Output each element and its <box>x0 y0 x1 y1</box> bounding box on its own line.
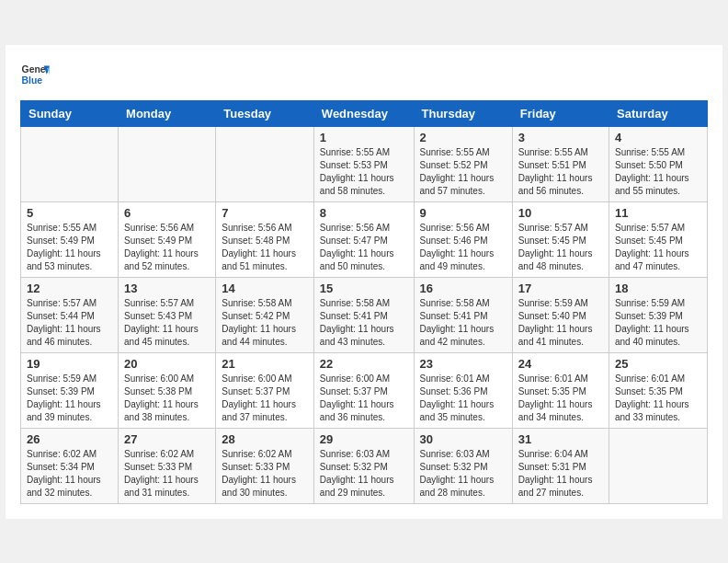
day-info: Sunrise: 5:59 AM Sunset: 5:39 PM Dayligh… <box>27 373 112 424</box>
calendar-cell: 20Sunrise: 6:00 AM Sunset: 5:38 PM Dayli… <box>119 352 216 428</box>
calendar-cell: 15Sunrise: 5:58 AM Sunset: 5:41 PM Dayli… <box>313 277 414 352</box>
day-info: Sunrise: 6:02 AM Sunset: 5:33 PM Dayligh… <box>222 448 308 500</box>
calendar-cell: 1Sunrise: 5:55 AM Sunset: 5:53 PM Daylig… <box>313 126 414 201</box>
week-row-1: 1Sunrise: 5:55 AM Sunset: 5:53 PM Daylig… <box>21 126 708 201</box>
day-number: 21 <box>222 357 308 371</box>
day-info: Sunrise: 6:04 AM Sunset: 5:31 PM Dayligh… <box>518 448 603 500</box>
calendar-cell <box>609 428 707 503</box>
calendar-cell: 6Sunrise: 5:56 AM Sunset: 5:49 PM Daylig… <box>119 201 216 277</box>
day-number: 8 <box>320 206 408 220</box>
day-info: Sunrise: 5:56 AM Sunset: 5:48 PM Dayligh… <box>222 222 308 273</box>
week-row-3: 12Sunrise: 5:57 AM Sunset: 5:44 PM Dayli… <box>21 277 708 352</box>
day-info: Sunrise: 5:57 AM Sunset: 5:43 PM Dayligh… <box>124 297 210 349</box>
day-info: Sunrise: 5:59 AM Sunset: 5:40 PM Dayligh… <box>518 297 603 349</box>
calendar-cell: 25Sunrise: 6:01 AM Sunset: 5:35 PM Dayli… <box>609 352 707 428</box>
calendar-cell: 14Sunrise: 5:58 AM Sunset: 5:42 PM Dayli… <box>216 277 314 352</box>
day-number: 14 <box>222 282 308 295</box>
calendar-container: General Blue SundayMondayTuesdayWednesda… <box>6 45 722 519</box>
day-info: Sunrise: 6:00 AM Sunset: 5:37 PM Dayligh… <box>320 373 408 424</box>
day-info: Sunrise: 6:03 AM Sunset: 5:32 PM Dayligh… <box>320 448 408 500</box>
day-info: Sunrise: 5:56 AM Sunset: 5:46 PM Dayligh… <box>420 222 506 273</box>
day-info: Sunrise: 5:56 AM Sunset: 5:49 PM Dayligh… <box>124 222 210 273</box>
day-info: Sunrise: 6:01 AM Sunset: 5:36 PM Dayligh… <box>420 373 506 424</box>
day-number: 29 <box>320 432 408 446</box>
calendar-cell: 2Sunrise: 5:55 AM Sunset: 5:52 PM Daylig… <box>414 126 512 201</box>
day-number: 11 <box>615 206 701 220</box>
day-number: 5 <box>27 206 112 220</box>
day-number: 13 <box>124 282 210 295</box>
day-number: 19 <box>27 357 112 371</box>
day-number: 15 <box>320 282 408 295</box>
day-info: Sunrise: 5:56 AM Sunset: 5:47 PM Dayligh… <box>320 222 408 273</box>
calendar-cell: 22Sunrise: 6:00 AM Sunset: 5:37 PM Dayli… <box>313 352 414 428</box>
day-info: Sunrise: 5:57 AM Sunset: 5:45 PM Dayligh… <box>615 222 701 273</box>
calendar-cell: 18Sunrise: 5:59 AM Sunset: 5:39 PM Dayli… <box>609 277 707 352</box>
day-number: 16 <box>420 282 506 295</box>
logo: General Blue <box>20 60 50 89</box>
day-number: 31 <box>518 432 603 446</box>
calendar-cell: 13Sunrise: 5:57 AM Sunset: 5:43 PM Dayli… <box>119 277 216 352</box>
calendar-cell: 21Sunrise: 6:00 AM Sunset: 5:37 PM Dayli… <box>216 352 314 428</box>
day-number: 28 <box>222 432 308 446</box>
calendar-cell: 31Sunrise: 6:04 AM Sunset: 5:31 PM Dayli… <box>512 428 609 503</box>
day-info: Sunrise: 5:55 AM Sunset: 5:53 PM Dayligh… <box>320 146 408 198</box>
week-row-5: 26Sunrise: 6:02 AM Sunset: 5:34 PM Dayli… <box>21 428 708 503</box>
day-number: 25 <box>615 357 701 371</box>
day-number: 18 <box>615 282 701 295</box>
day-number: 6 <box>124 206 210 220</box>
day-info: Sunrise: 5:58 AM Sunset: 5:41 PM Dayligh… <box>320 297 408 349</box>
week-row-2: 5Sunrise: 5:55 AM Sunset: 5:49 PM Daylig… <box>21 201 708 277</box>
calendar-cell: 19Sunrise: 5:59 AM Sunset: 5:39 PM Dayli… <box>21 352 119 428</box>
day-info: Sunrise: 5:55 AM Sunset: 5:50 PM Dayligh… <box>615 146 701 198</box>
day-number: 10 <box>518 206 603 220</box>
day-info: Sunrise: 6:00 AM Sunset: 5:38 PM Dayligh… <box>124 373 210 424</box>
day-number: 30 <box>420 432 506 446</box>
weekday-header-thursday: Thursday <box>414 100 512 126</box>
calendar-cell: 10Sunrise: 5:57 AM Sunset: 5:45 PM Dayli… <box>512 201 609 277</box>
day-number: 26 <box>27 432 112 446</box>
day-info: Sunrise: 5:55 AM Sunset: 5:49 PM Dayligh… <box>27 222 112 273</box>
calendar-table: SundayMondayTuesdayWednesdayThursdayFrid… <box>20 100 708 504</box>
calendar-cell: 9Sunrise: 5:56 AM Sunset: 5:46 PM Daylig… <box>414 201 512 277</box>
day-info: Sunrise: 6:02 AM Sunset: 5:33 PM Dayligh… <box>124 448 210 500</box>
calendar-cell: 29Sunrise: 6:03 AM Sunset: 5:32 PM Dayli… <box>313 428 414 503</box>
day-number: 22 <box>320 357 408 371</box>
calendar-cell <box>216 126 314 201</box>
day-info: Sunrise: 5:55 AM Sunset: 5:51 PM Dayligh… <box>518 146 603 198</box>
day-number: 12 <box>27 282 112 295</box>
calendar-cell: 23Sunrise: 6:01 AM Sunset: 5:36 PM Dayli… <box>414 352 512 428</box>
day-number: 17 <box>518 282 603 295</box>
calendar-cell: 8Sunrise: 5:56 AM Sunset: 5:47 PM Daylig… <box>313 201 414 277</box>
weekday-header-sunday: Sunday <box>21 100 119 126</box>
weekday-header-tuesday: Tuesday <box>216 100 314 126</box>
weekday-header-friday: Friday <box>512 100 609 126</box>
day-info: Sunrise: 5:55 AM Sunset: 5:52 PM Dayligh… <box>420 146 506 198</box>
logo-icon: General Blue <box>20 60 50 89</box>
day-number: 27 <box>124 432 210 446</box>
day-number: 24 <box>518 357 603 371</box>
weekday-header-wednesday: Wednesday <box>313 100 414 126</box>
calendar-cell: 24Sunrise: 6:01 AM Sunset: 5:35 PM Dayli… <box>512 352 609 428</box>
day-number: 2 <box>420 131 506 144</box>
day-number: 3 <box>518 131 603 144</box>
header: General Blue <box>20 60 708 89</box>
day-info: Sunrise: 6:01 AM Sunset: 5:35 PM Dayligh… <box>518 373 603 424</box>
day-number: 23 <box>420 357 506 371</box>
day-info: Sunrise: 5:57 AM Sunset: 5:44 PM Dayligh… <box>27 297 112 349</box>
calendar-cell: 26Sunrise: 6:02 AM Sunset: 5:34 PM Dayli… <box>21 428 119 503</box>
calendar-cell <box>21 126 119 201</box>
day-info: Sunrise: 5:59 AM Sunset: 5:39 PM Dayligh… <box>615 297 701 349</box>
calendar-cell: 7Sunrise: 5:56 AM Sunset: 5:48 PM Daylig… <box>216 201 314 277</box>
calendar-cell: 3Sunrise: 5:55 AM Sunset: 5:51 PM Daylig… <box>512 126 609 201</box>
week-row-4: 19Sunrise: 5:59 AM Sunset: 5:39 PM Dayli… <box>21 352 708 428</box>
day-number: 7 <box>222 206 308 220</box>
calendar-cell: 12Sunrise: 5:57 AM Sunset: 5:44 PM Dayli… <box>21 277 119 352</box>
calendar-cell <box>119 126 216 201</box>
calendar-cell: 28Sunrise: 6:02 AM Sunset: 5:33 PM Dayli… <box>216 428 314 503</box>
weekday-header-saturday: Saturday <box>609 100 707 126</box>
weekday-header-monday: Monday <box>119 100 216 126</box>
calendar-cell: 17Sunrise: 5:59 AM Sunset: 5:40 PM Dayli… <box>512 277 609 352</box>
day-info: Sunrise: 6:00 AM Sunset: 5:37 PM Dayligh… <box>222 373 308 424</box>
day-number: 9 <box>420 206 506 220</box>
day-info: Sunrise: 5:58 AM Sunset: 5:41 PM Dayligh… <box>420 297 506 349</box>
